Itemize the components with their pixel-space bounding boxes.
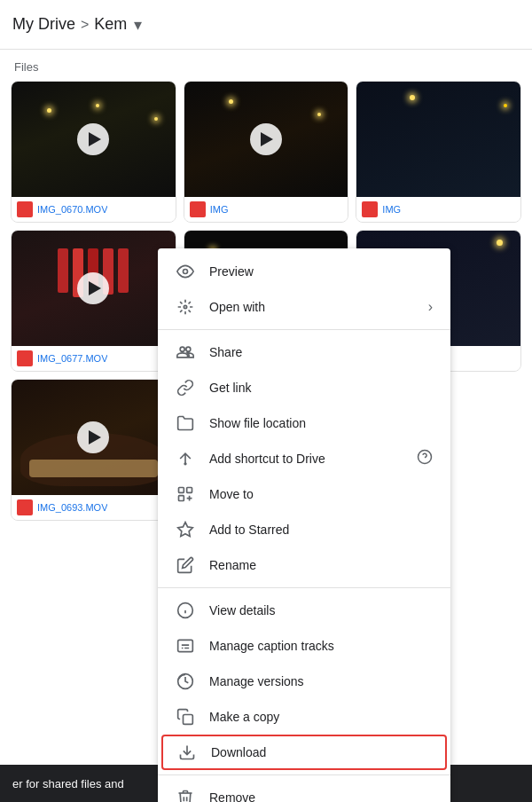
menu-item-label: Remove <box>209 790 433 802</box>
menu-item-manage-versions[interactable]: Manage versions <box>158 664 450 699</box>
move-icon <box>176 484 195 504</box>
play-button[interactable] <box>77 123 109 155</box>
current-folder-name: Kem <box>94 15 127 34</box>
file-card[interactable]: IMG_0677.MOV <box>11 230 176 372</box>
file-name: IMG_0677.MOV <box>37 353 107 364</box>
folder-icon <box>176 413 195 433</box>
menu-item-label: Move to <box>209 487 433 501</box>
versions-icon <box>176 672 195 691</box>
file-card[interactable]: IMG_0693.MOV <box>11 379 176 521</box>
download-icon <box>177 743 197 762</box>
star-icon <box>176 520 195 539</box>
file-name-row: IMG_0677.MOV <box>12 346 176 371</box>
file-name: IMG <box>210 204 229 215</box>
menu-item-make-copy[interactable]: Make a copy <box>158 699 450 735</box>
file-thumbnail <box>356 82 520 197</box>
file-thumbnail <box>12 231 176 346</box>
menu-item-download[interactable]: Download <box>161 735 447 770</box>
files-section-label: Files <box>0 50 532 81</box>
file-name-row: IMG_0693.MOV <box>12 495 176 520</box>
svg-rect-7 <box>187 488 192 493</box>
menu-item-add-starred[interactable]: Add to Starred <box>158 512 450 547</box>
menu-item-open-with[interactable]: Open with› <box>158 289 450 325</box>
file-type-icon <box>17 499 33 515</box>
menu-item-label: Manage versions <box>209 674 433 688</box>
menu-item-label: Make a copy <box>209 710 433 724</box>
menu-item-label: Get link <box>209 381 433 395</box>
pencil-icon <box>176 555 195 575</box>
file-name-row: IMG <box>356 197 520 222</box>
menu-item-label: Add to Starred <box>209 523 433 537</box>
menu-item-label: Open with <box>209 300 414 314</box>
menu-item-show-file-location[interactable]: Show file location <box>158 405 450 441</box>
menu-item-move-to[interactable]: Move to <box>158 476 450 512</box>
file-card[interactable]: IMG <box>184 81 349 223</box>
file-card[interactable]: IMG_0670.MOV <box>11 81 176 223</box>
share-icon <box>176 342 195 362</box>
open-with-icon <box>176 297 195 317</box>
menu-item-preview[interactable]: Preview <box>158 254 450 289</box>
my-drive-link[interactable]: My Drive <box>12 15 75 34</box>
menu-divider <box>158 329 450 330</box>
menu-divider <box>158 774 450 775</box>
svg-rect-6 <box>179 488 184 493</box>
menu-item-label: Share <box>209 345 433 359</box>
menu-item-label: Show file location <box>209 416 433 430</box>
menu-item-label: Manage caption tracks <box>209 639 433 653</box>
svg-point-3 <box>184 462 186 465</box>
file-name: IMG_0693.MOV <box>37 502 107 513</box>
menu-item-label: View details <box>209 603 433 617</box>
menu-item-label: Download <box>211 745 431 759</box>
menu-divider <box>158 587 450 588</box>
breadcrumb: My Drive > Kem ▾ <box>12 15 142 35</box>
file-type-icon <box>362 201 378 217</box>
file-type-icon <box>17 350 33 366</box>
svg-point-1 <box>184 270 188 274</box>
file-name-row: IMG_0670.MOV <box>12 197 176 222</box>
file-thumbnail <box>184 82 348 197</box>
menu-item-share[interactable]: Share <box>158 334 450 370</box>
file-thumbnail <box>12 82 176 197</box>
bottom-text: er for shared files and <box>12 777 124 790</box>
file-type-icon <box>17 201 33 217</box>
play-button[interactable] <box>250 123 282 155</box>
submenu-arrow-icon: › <box>428 299 433 315</box>
info-icon <box>176 601 195 620</box>
menu-item-rename[interactable]: Rename <box>158 547 450 583</box>
eye-icon <box>176 262 195 281</box>
svg-rect-15 <box>184 715 193 725</box>
svg-point-2 <box>184 305 186 308</box>
file-name: IMG <box>382 204 401 215</box>
menu-item-manage-caption[interactable]: Manage caption tracks <box>158 628 450 664</box>
file-name-row: IMG <box>184 197 348 222</box>
menu-item-label: Add shortcut to Drive <box>209 452 403 466</box>
menu-item-label: Rename <box>209 558 433 572</box>
svg-marker-9 <box>178 523 193 537</box>
file-type-icon <box>190 201 206 217</box>
menu-item-remove[interactable]: Remove <box>158 780 450 802</box>
file-card[interactable]: IMG <box>356 81 521 223</box>
caption-icon <box>176 636 195 656</box>
menu-item-add-shortcut[interactable]: Add shortcut to Drive <box>158 441 450 476</box>
folder-dropdown-icon[interactable]: ▾ <box>134 15 142 35</box>
copy-icon <box>176 707 195 727</box>
help-icon[interactable] <box>417 449 433 468</box>
menu-item-view-details[interactable]: View details <box>158 593 450 628</box>
header: My Drive > Kem ▾ <box>0 0 532 50</box>
svg-rect-8 <box>179 496 184 501</box>
file-thumbnail <box>12 380 176 495</box>
menu-item-label: Preview <box>209 264 433 279</box>
link-icon <box>176 378 195 397</box>
breadcrumb-separator: > <box>81 17 89 33</box>
shortcut-icon <box>176 449 195 468</box>
file-name: IMG_0670.MOV <box>37 204 107 215</box>
context-menu: PreviewOpen with›ShareGet linkShow file … <box>158 248 450 802</box>
menu-item-get-link[interactable]: Get link <box>158 370 450 405</box>
trash-icon <box>176 788 195 802</box>
